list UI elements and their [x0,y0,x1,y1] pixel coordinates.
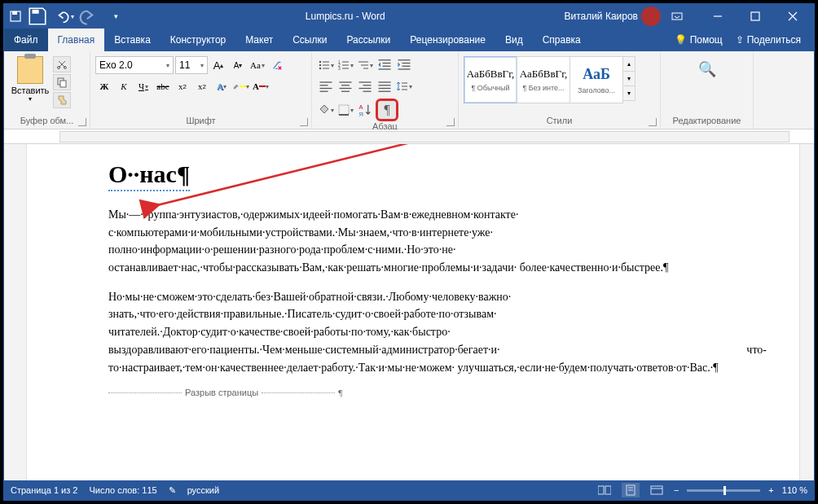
font-launcher[interactable] [300,118,308,126]
autosave-icon[interactable] [9,10,22,23]
scrollbar[interactable] [799,144,814,480]
underline-button[interactable]: Ч▾ [134,77,152,95]
user-name[interactable]: Виталий Каиров [564,11,638,22]
status-bar: Страница 1 из 2 Число слов: 115 ✎ русски… [4,480,814,500]
text-effects-button[interactable]: A▾ [213,77,231,95]
user-avatar[interactable] [641,7,661,26]
font-color-button[interactable]: A▾ [252,77,270,95]
clear-formatting-button[interactable] [268,56,286,74]
multilevel-list-button[interactable]: ▾ [356,56,374,74]
copy-button[interactable] [53,74,71,90]
status-page[interactable]: Страница 1 из 2 [11,485,77,495]
proofing-icon[interactable]: ✎ [169,485,176,496]
heading-text[interactable]: О··нас¶ [108,160,190,191]
maximize-icon[interactable] [737,6,773,27]
svg-point-7 [64,67,67,69]
undo-icon[interactable]: ▾ [53,7,74,26]
justify-button[interactable] [376,77,394,95]
tab-file[interactable]: Файл [4,28,48,51]
shrink-font-button[interactable]: A▾ [229,56,247,74]
align-left-button[interactable] [317,77,335,95]
format-painter-button[interactable] [53,92,71,108]
tab-layout[interactable]: Макет [235,28,283,51]
svg-rect-57 [598,486,604,494]
svg-rect-59 [627,485,635,495]
find-icon[interactable]: 🔍 [696,58,719,81]
decrease-indent-button[interactable] [376,56,394,74]
redo-icon[interactable] [79,7,100,26]
svg-point-12 [319,64,321,66]
page-break-marker[interactable]: Разрыв страницы¶ [108,388,767,397]
italic-button[interactable]: К [115,77,133,95]
tab-home[interactable]: Главная [48,28,105,51]
document-page[interactable]: О··нас¶ Мы·—·группа·энтузиастов,·одержим… [27,144,799,480]
zoom-in-button[interactable]: + [768,485,773,495]
style-normal[interactable]: АаБбВвГг,¶ Обычный [464,56,517,103]
svg-rect-3 [672,13,682,20]
font-size-combo[interactable]: 11▾ [175,56,208,74]
clipboard-launcher[interactable] [78,118,86,126]
superscript-button[interactable]: x2 [193,77,211,95]
paragraph-2[interactable]: Но·мы·не·сможем·это·сделать·без·Вашей·об… [108,288,767,376]
svg-text:2: 2 [338,63,341,68]
close-icon[interactable] [775,6,811,27]
svg-text:А: А [359,103,363,111]
ribbon-tabs: Файл Главная Вставка Конструктор Макет С… [4,28,814,51]
align-right-button[interactable] [356,77,374,95]
tell-me[interactable]: 💡Помощ [670,34,728,46]
tab-help[interactable]: Справка [533,28,591,51]
tab-insert[interactable]: Вставка [104,28,161,51]
qat-dropdown-icon[interactable]: ▾ [105,7,126,26]
save-icon[interactable] [27,7,48,26]
styles-launcher[interactable] [649,118,657,126]
tab-references[interactable]: Ссылки [283,28,336,51]
bullets-button[interactable]: ▾ [317,56,335,74]
chunk-label-font: Шрифт [95,116,306,127]
subscript-button[interactable]: x2 [174,77,191,95]
tab-review[interactable]: Рецензирование [400,28,495,51]
show-hide-pilcrow-button[interactable]: ¶ [376,99,398,121]
paste-button[interactable]: Вставить ▾ [9,53,51,103]
increase-indent-button[interactable] [395,56,413,74]
svg-rect-58 [605,486,611,494]
share-button[interactable]: ⇪Поделиться [731,34,806,46]
bold-button[interactable]: Ж [95,77,113,95]
style-no-spacing[interactable]: АаБбВвГг,¶ Без инте... [517,56,570,103]
align-center-button[interactable] [336,77,354,95]
zoom-out-button[interactable]: − [674,485,679,495]
style-heading1[interactable]: АаБЗаголово... [570,56,623,103]
web-layout-icon[interactable] [648,483,666,497]
shading-button[interactable]: ▾ [317,101,335,119]
zoom-level[interactable]: 110 % [782,485,807,495]
grow-font-button[interactable]: A▴ [209,56,227,74]
line-spacing-button[interactable]: ▾ [395,77,413,95]
tab-mailings[interactable]: Рассылки [336,28,400,51]
styles-gallery-more[interactable]: ▴▾▾ [622,56,635,100]
ruler[interactable] [4,129,814,144]
paragraph-launcher[interactable] [446,118,455,126]
cut-button[interactable] [53,56,71,72]
svg-rect-5 [751,12,759,20]
ribbon-options-icon[interactable] [666,6,688,27]
numbering-button[interactable]: 123▾ [336,56,354,74]
status-wordcount[interactable]: Число слов: 115 [89,485,156,495]
svg-rect-62 [651,486,662,494]
read-mode-icon[interactable] [596,483,614,497]
minimize-icon[interactable] [700,6,736,27]
tab-design[interactable]: Конструктор [161,28,235,51]
sort-button[interactable]: АЯ [356,101,374,119]
chunk-label-styles: Стили [464,116,655,127]
chunk-label-editing[interactable]: Редактирование [673,116,741,127]
highlight-button[interactable]: ▾ [232,77,250,95]
borders-button[interactable]: ▾ [336,101,354,119]
font-name-combo[interactable]: Exo 2.0▾ [95,56,174,74]
zoom-slider[interactable] [687,489,760,492]
print-layout-icon[interactable] [622,483,640,497]
paragraph-1[interactable]: Мы·—·группа·энтузиастов,·одержимых·идеей… [108,206,767,277]
tab-view[interactable]: Вид [495,28,533,51]
share-icon: ⇪ [736,34,744,46]
status-language[interactable]: русский [187,485,219,495]
change-case-button[interactable]: Aa▾ [248,56,266,74]
ribbon: Вставить ▾ Буфер обм... Exo 2.0▾ 11▾ A▴ … [4,51,814,129]
strikethrough-button[interactable]: abc [154,77,172,95]
